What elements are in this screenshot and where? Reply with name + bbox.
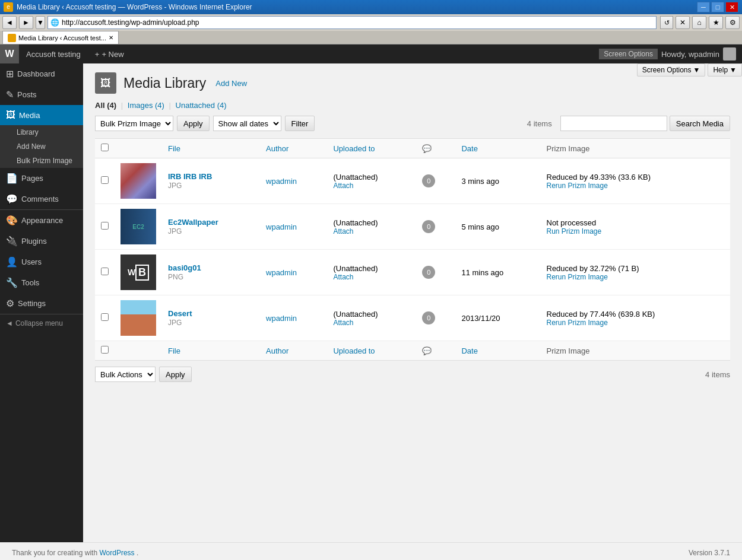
wp-icon: W — [2, 47, 17, 61]
wp-logo-btn[interactable]: W — [0, 44, 19, 63]
sidebar-submenu-library[interactable]: Library — [0, 125, 83, 139]
back-btn[interactable]: ◄ — [2, 16, 17, 29]
row-author-2: wpadmin — [260, 204, 327, 250]
row-checkbox-4[interactable] — [101, 313, 109, 321]
active-tab[interactable]: Media Library ‹ Accusoft test... ✕ — [2, 31, 119, 44]
select-all-top[interactable] — [101, 144, 109, 151]
prizm-action-2[interactable]: Run Prizm Image — [547, 227, 725, 236]
filter-btn[interactable]: Filter — [285, 116, 315, 131]
browser-tabs: Media Library ‹ Accusoft test... ✕ — [0, 31, 742, 44]
sidebar-item-settings[interactable]: ⚙ Settings — [0, 293, 83, 314]
header-file[interactable]: File — [162, 139, 260, 158]
footer-thanks: Thank you for creating with WordPress . — [12, 549, 138, 557]
uploaded-status-4: (Unattached) — [333, 310, 378, 319]
close-btn[interactable]: ✕ — [725, 2, 738, 12]
posts-icon: ✎ — [6, 89, 14, 100]
footer-file[interactable]: File — [162, 341, 260, 361]
filter-tab-unattached[interactable]: Unattached (4) — [176, 101, 227, 110]
row-checkbox-1[interactable] — [101, 176, 109, 184]
attach-link-1[interactable]: Attach — [333, 182, 410, 190]
prizm-action-1[interactable]: Rerun Prizm Image — [547, 182, 725, 190]
sidebar-submenu-bulk-prizm[interactable]: Bulk Prizm Image — [0, 154, 83, 168]
prizm-action-3[interactable]: Rerun Prizm Image — [547, 273, 725, 281]
row-date-2: 5 mins ago — [455, 204, 540, 250]
select-all-bottom[interactable] — [101, 346, 109, 354]
sidebar-item-pages[interactable]: 📄 Pages — [0, 168, 83, 189]
refresh-btn[interactable]: ↺ — [660, 16, 673, 29]
row-checkbox-2[interactable] — [101, 222, 109, 230]
minimize-btn[interactable]: ─ — [697, 2, 710, 12]
bulk-action-select-bottom[interactable]: Bulk Actions — [95, 367, 156, 382]
file-name-3[interactable]: basi0g01 — [168, 263, 254, 272]
stop-btn[interactable]: ✕ — [676, 16, 690, 29]
row-checkbox-3[interactable] — [101, 268, 109, 275]
prizm-action-4[interactable]: Rerun Prizm Image — [547, 319, 725, 327]
window-controls[interactable]: ─ □ ✕ — [697, 2, 738, 12]
sidebar-item-tools[interactable]: 🔧 Tools — [0, 272, 83, 293]
sidebar-item-label-tools: Tools — [21, 278, 39, 287]
browser-toolbar: ◄ ► ▼ 🌐 ↺ ✕ ⌂ ★ ⚙ — [0, 14, 742, 31]
address-input[interactable] — [62, 18, 654, 27]
row-thumb-4 — [115, 295, 162, 341]
dropdown-btn[interactable]: ▼ — [36, 16, 45, 29]
sidebar-item-dashboard[interactable]: ⊞ Dashboard — [0, 63, 83, 84]
bulk-action-select-top[interactable]: Bulk Prizm Image Bulk Actions — [95, 116, 173, 131]
browser-icon: 🌐 — [50, 18, 59, 27]
new-label: + New — [102, 50, 123, 59]
author-1[interactable]: wpadmin — [266, 177, 297, 186]
sidebar-item-comments[interactable]: 💬 Comments — [0, 189, 83, 209]
collapse-menu-btn[interactable]: ◄ Collapse menu — [0, 314, 83, 332]
file-name-2[interactable]: Ec2Wallpaper — [168, 218, 254, 227]
help-btn[interactable]: Help ▼ — [708, 63, 742, 77]
screen-options-topbar-btn[interactable]: Screen Options — [599, 49, 658, 59]
favorites-btn[interactable]: ★ — [709, 16, 723, 29]
search-media-btn[interactable]: Search Media — [670, 116, 730, 131]
footer-date[interactable]: Date — [455, 341, 540, 361]
author-3[interactable]: wpadmin — [266, 268, 297, 277]
page-title-icon: 🖼 — [95, 72, 116, 94]
sidebar-item-users[interactable]: 👤 Users — [0, 252, 83, 272]
footer-wp-link[interactable]: WordPress — [99, 549, 134, 557]
tools-browser-btn[interactable]: ⚙ — [725, 16, 740, 29]
comment-count-1: 0 — [422, 174, 435, 187]
header-uploaded-to[interactable]: Uploaded to — [327, 139, 416, 158]
tab-close-btn[interactable]: ✕ — [109, 34, 113, 41]
screen-options-bar: Screen Options ▼ Help ▼ — [637, 63, 742, 77]
site-name[interactable]: Accusoft testing — [19, 50, 88, 59]
screen-options-btn[interactable]: Screen Options ▼ — [637, 63, 706, 77]
plugins-icon: 🔌 — [6, 236, 18, 247]
sidebar-item-label-appearance: Appearance — [21, 216, 63, 225]
date-filter-select[interactable]: Show all dates — [213, 116, 281, 131]
filter-tab-all[interactable]: All (4) — [95, 101, 116, 110]
attach-link-4[interactable]: Attach — [333, 319, 410, 327]
forward-btn[interactable]: ► — [19, 16, 33, 29]
filter-tab-images[interactable]: Images (4) — [128, 101, 164, 110]
footer-uploaded-to[interactable]: Uploaded to — [327, 341, 416, 361]
sidebar-item-plugins[interactable]: 🔌 Plugins — [0, 231, 83, 252]
author-2[interactable]: wpadmin — [266, 222, 297, 231]
sidebar-item-appearance[interactable]: 🎨 Appearance — [0, 210, 83, 231]
apply-btn-bottom[interactable]: Apply — [159, 367, 192, 382]
header-author[interactable]: Author — [260, 139, 327, 158]
sidebar-submenu-add-new[interactable]: Add New — [0, 139, 83, 154]
sidebar-item-media[interactable]: 🖼 Media — [0, 105, 83, 125]
address-bar[interactable]: 🌐 — [47, 16, 657, 29]
attach-link-3[interactable]: Attach — [333, 273, 410, 281]
new-item-btn[interactable]: + + New — [88, 50, 131, 59]
file-name-4[interactable]: Desert — [168, 309, 254, 318]
header-date[interactable]: Date — [455, 139, 540, 158]
sidebar: ⊞ Dashboard ✎ Posts 🖼 Media Library Add … — [0, 63, 83, 542]
author-4[interactable]: wpadmin — [266, 314, 297, 323]
sidebar-item-posts[interactable]: ✎ Posts — [0, 84, 83, 105]
search-media-input[interactable] — [560, 116, 667, 131]
footer-author[interactable]: Author — [260, 341, 327, 361]
tab-favicon — [8, 34, 16, 42]
file-name-1[interactable]: IRB IRB IRB — [168, 172, 254, 181]
maximize-btn[interactable]: □ — [711, 2, 724, 12]
file-type-1: JPG — [168, 182, 182, 190]
add-new-page-btn[interactable]: Add New — [215, 79, 247, 88]
home-btn[interactable]: ⌂ — [692, 16, 706, 29]
user-greeting[interactable]: Howdy, wpadmin — [661, 50, 719, 59]
attach-link-2[interactable]: Attach — [333, 227, 410, 236]
apply-btn-top[interactable]: Apply — [177, 116, 210, 131]
